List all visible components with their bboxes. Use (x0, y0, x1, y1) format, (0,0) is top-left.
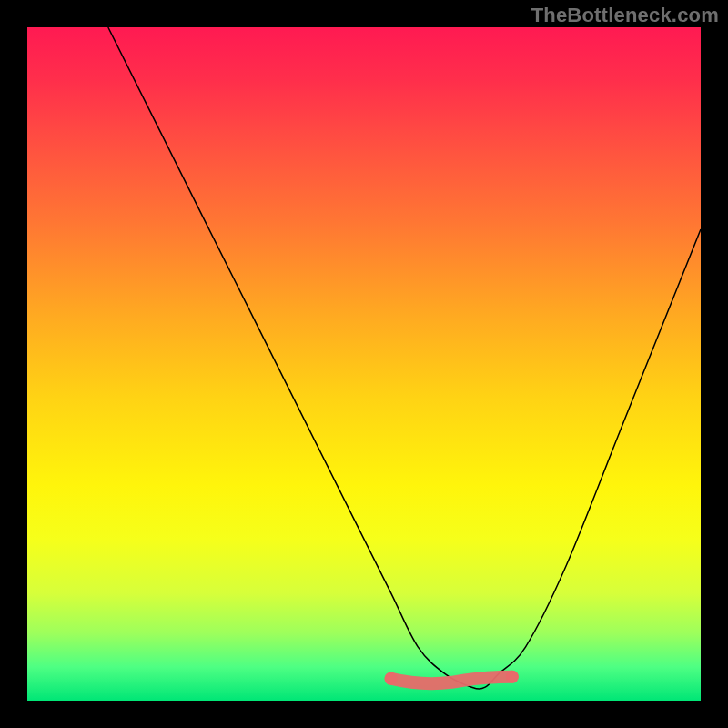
chart-frame: TheBottleneck.com (0, 0, 728, 728)
bottleneck-curve (108, 27, 701, 689)
optimal-range-end-dot (506, 671, 519, 683)
plot-background (27, 27, 701, 701)
optimal-range-marker (391, 677, 512, 683)
optimal-range-start-dot (385, 672, 398, 685)
watermark-text: TheBottleneck.com (531, 4, 719, 27)
chart-svg (27, 27, 701, 701)
